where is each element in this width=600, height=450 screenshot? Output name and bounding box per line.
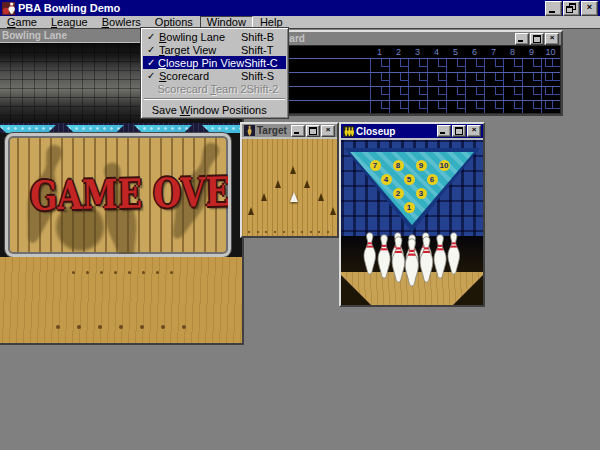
frame-pin-box (419, 87, 427, 95)
menu-item-scorecard-team-2[interactable]: Scorecard Team 2Shift-2 (143, 82, 286, 95)
target-window-icon (244, 125, 255, 136)
lane-dot (248, 231, 250, 233)
lane-dot (310, 231, 312, 233)
pin-number-3: 3 (416, 188, 427, 199)
scorecard-frame-cell (484, 59, 503, 72)
menu-item-label: Bowling Lane (159, 31, 225, 43)
game-over-sign: GAME OVER (5, 133, 231, 257)
scorecard-frame-cell (503, 59, 522, 72)
close-button[interactable]: × (545, 33, 559, 45)
frame-number-header: 6 (465, 46, 484, 58)
approach-dot (72, 271, 75, 274)
lane-arrow-icon (304, 180, 310, 188)
frame-pin-box (400, 73, 408, 81)
lane-dot (265, 231, 267, 233)
minimize-button[interactable] (515, 33, 529, 45)
scorecard-frame-cell (370, 73, 389, 86)
scorecard-titlebar[interactable]: Scorecard × (252, 32, 561, 45)
aim-cursor-icon[interactable] (290, 192, 298, 202)
frame-pin-box (457, 101, 465, 109)
menu-item-shortcut: Shift-B (241, 31, 283, 43)
scorecard-frame-cell (446, 59, 465, 72)
scorecard-window: Scorecard × 12345678910 (250, 30, 563, 116)
frame-pin-box (495, 87, 503, 95)
menu-item-closeup-pin-view[interactable]: ✓Closeup Pin ViewShift-C (143, 56, 286, 69)
frame-pin-box (533, 59, 541, 67)
frame-pin-box (381, 59, 389, 67)
frame-number-header: 5 (446, 46, 465, 58)
menu-item-label: Scorecard Team 2 (157, 83, 246, 95)
scorecard-frame-cell (408, 73, 427, 86)
check-icon: ✓ (147, 30, 159, 43)
app-window: PBA Bowling Demo × GameLeagueBowlersOpti… (0, 0, 600, 450)
maximize-button[interactable] (306, 125, 320, 137)
frame-pin-box (533, 101, 541, 109)
target-title: Target (257, 125, 287, 136)
approach-dot (128, 271, 131, 274)
menu-item-shortcut: Shift-C (244, 57, 283, 69)
approach-dot (98, 325, 102, 329)
scorecard-frame-cell (522, 59, 541, 72)
bowling-pin (446, 232, 461, 275)
approach-dot (100, 271, 103, 274)
frame-pin-box (495, 59, 503, 67)
scorecard-frame-cell (427, 87, 446, 100)
frame-pin-box (419, 101, 427, 109)
scorecard-frame-cell (370, 87, 389, 100)
close-icon: × (582, 2, 597, 15)
menu-item-label: Target View (159, 44, 216, 56)
window-menu: ✓Bowling LaneShift-B✓Target ViewShift-T✓… (140, 27, 289, 119)
pin-number-8: 8 (393, 160, 404, 171)
approach-dot (140, 325, 144, 329)
closeup-pin-view: 78910456231 (341, 140, 483, 305)
menu-item-shortcut: Shift-S (241, 70, 283, 82)
maximize-button[interactable] (530, 33, 544, 45)
frame-number-header: 8 (503, 46, 522, 58)
minimize-button[interactable] (437, 125, 451, 137)
frame-pin-box (476, 73, 484, 81)
frame-number-header: 1 (370, 46, 389, 58)
main-titlebar[interactable]: PBA Bowling Demo × (0, 0, 600, 16)
minimize-button[interactable] (291, 125, 305, 137)
frame-pin-box (514, 59, 522, 67)
frame-number-header: 10 (541, 46, 560, 58)
minimize-button[interactable] (545, 1, 562, 16)
maximize-button[interactable] (452, 125, 466, 137)
scorecard-frame-cell (541, 73, 560, 86)
target-titlebar[interactable]: Target × (242, 124, 337, 137)
frame-number-header: 2 (389, 46, 408, 58)
menu-item-scorecard[interactable]: ✓ScorecardShift-S (143, 69, 286, 82)
menu-item-bowling-lane[interactable]: ✓Bowling LaneShift-B (143, 30, 286, 43)
approach-dot (86, 271, 89, 274)
pin-number-5: 5 (404, 174, 415, 185)
frame-number-header: 3 (408, 46, 427, 58)
restore-button[interactable] (563, 1, 580, 16)
game-over-text: GAME OVER (30, 168, 207, 219)
scorecard-frame-cell (522, 73, 541, 86)
scorecard-frame-cell (522, 87, 541, 100)
approach-dot (77, 325, 81, 329)
lane-arrow-icon (261, 193, 267, 201)
lane-dot (274, 231, 276, 233)
lane-arrow-icon (248, 207, 254, 215)
closeup-titlebar[interactable]: Closeup × (341, 124, 483, 138)
close-button[interactable]: × (581, 1, 598, 16)
lane-arrow-icon (318, 193, 324, 201)
check-icon: ✓ (147, 43, 159, 56)
frame-number-header: 4 (427, 46, 446, 58)
frame-pin-box (419, 59, 427, 67)
gutter-left (341, 275, 371, 305)
menu-separator (144, 98, 285, 100)
menu-item-save-window-positions[interactable]: Save Window Positions (143, 103, 286, 116)
frame-pin-box (419, 73, 427, 81)
close-button[interactable]: × (467, 125, 481, 137)
frame-pin-box (552, 73, 560, 81)
scorecard-player-row (253, 86, 560, 100)
menu-item-target-view[interactable]: ✓Target ViewShift-T (143, 43, 286, 56)
frame-pin-box (381, 87, 389, 95)
menubar-item-game[interactable]: Game (0, 16, 44, 28)
menubar-item-league[interactable]: League (44, 16, 95, 28)
lane-dot (283, 231, 285, 233)
frame-pin-box (545, 59, 553, 67)
close-button[interactable]: × (321, 125, 335, 137)
